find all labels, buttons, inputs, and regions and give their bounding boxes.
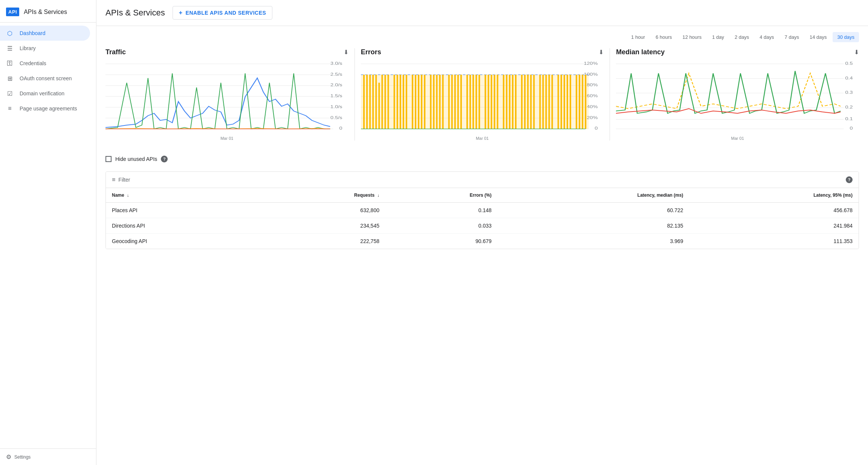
filter-icon: ≡ (112, 176, 115, 183)
oauth-nav-label: OAuth consent screen (20, 75, 72, 81)
oauth-nav-icon: ⊞ (6, 75, 14, 82)
traffic-chart: 3.0/s 2.5/s 2.0/s 1.5/s 1.0/s 0.5/s 0 (105, 59, 348, 135)
time-btn-14days[interactable]: 14 days (805, 32, 831, 42)
credentials-nav-icon: ⚿ (6, 60, 14, 67)
time-btn-6hours[interactable]: 6 hours (651, 32, 676, 42)
page-title: APIs & Services (105, 8, 165, 18)
traffic-download-icon[interactable]: ⬇ (344, 49, 348, 56)
svg-text:0: 0 (339, 126, 342, 131)
svg-text:0.3: 0.3 (845, 90, 853, 95)
time-btn-30days[interactable]: 30 days (833, 32, 859, 42)
time-btn-2days[interactable]: 2 days (730, 32, 753, 42)
hide-unused-row: Hide unused APIs ? (105, 153, 859, 165)
svg-text:0.5/s: 0.5/s (330, 115, 342, 120)
latency-chart-container: Median latency ⬇ 0.5 0.4 0.3 0.2 0.1 0 (616, 48, 859, 141)
cell-latency-median: 82.135 (498, 218, 689, 234)
svg-text:0: 0 (850, 126, 853, 131)
time-btn-4days[interactable]: 4 days (755, 32, 778, 42)
svg-text:0: 0 (594, 126, 598, 131)
sidebar-item-credentials[interactable]: ⚿ Credentials (0, 56, 90, 71)
errors-chart-container: Errors ⬇ 120% 100% 80% 60% 40% 20% 0 (361, 48, 610, 141)
page-usage-nav-label: Page usage agreements (20, 106, 77, 112)
svg-text:3.0/s: 3.0/s (330, 61, 342, 66)
table-row[interactable]: Directions API 234,545 0.033 82.135 241.… (106, 218, 859, 234)
svg-text:0.5: 0.5 (845, 61, 853, 66)
hide-unused-checkbox[interactable] (105, 156, 112, 162)
api-table-section: ≡ Filter ? Name ↓ Requests ↓ Errors (%) … (105, 171, 859, 249)
table-body: Places API 632,800 0.148 60.722 456.678 … (106, 203, 859, 249)
col-name[interactable]: Name ↓ (106, 188, 262, 203)
table-help-icon[interactable]: ? (846, 176, 853, 183)
dashboard-nav-label: Dashboard (20, 30, 46, 36)
time-btn-1hour[interactable]: 1 hour (627, 32, 649, 42)
sidebar-title: APIs & Services (24, 9, 67, 15)
cell-name: Places API (106, 203, 262, 218)
sort-requests-icon: ↓ (377, 193, 379, 197)
sidebar-bottom-item[interactable]: ⚙ Settings (6, 453, 90, 460)
errors-download-icon[interactable]: ⬇ (599, 49, 604, 56)
table-toolbar: ≡ Filter ? (106, 172, 859, 188)
time-range-selector: 1 hour6 hours12 hours1 day2 days4 days7 … (105, 32, 859, 42)
filter-label: Filter (118, 177, 130, 183)
domain-nav-label: Domain verification (20, 90, 64, 96)
sidebar: API APIs & Services ⬡ Dashboard ☰ Librar… (0, 0, 96, 465)
time-btn-7days[interactable]: 7 days (780, 32, 804, 42)
sidebar-nav: ⬡ Dashboard ☰ Library ⚿ Credentials ⊞ OA… (0, 26, 96, 116)
sidebar-item-library[interactable]: ☰ Library (0, 41, 90, 56)
main-header: APIs & Services + ENABLE APIS AND SERVIC… (96, 0, 868, 26)
svg-text:1.5/s: 1.5/s (330, 93, 342, 98)
errors-chart-xlabel: Mar 01 (361, 136, 604, 141)
errors-chart-svg: 120% 100% 80% 60% 40% 20% 0 (361, 59, 604, 135)
col-errors: Errors (%) (385, 188, 498, 203)
cell-requests: 222,758 (262, 234, 385, 249)
col-latency-median: Latency, median (ms) (498, 188, 689, 203)
latency-download-icon[interactable]: ⬇ (854, 49, 859, 56)
table-row[interactable]: Places API 632,800 0.148 60.722 456.678 (106, 203, 859, 218)
time-btn-12hours[interactable]: 12 hours (678, 32, 706, 42)
latency-chart-title: Median latency (616, 48, 665, 56)
cell-errors: 0.148 (385, 203, 498, 218)
cell-latency-95: 111.353 (689, 234, 859, 249)
table-head: Name ↓ Requests ↓ Errors (%) Latency, me… (106, 188, 859, 203)
sort-icon: ↓ (127, 193, 129, 197)
cell-latency-95: 241.984 (689, 218, 859, 234)
enable-apis-button[interactable]: + ENABLE APIS AND SERVICES (173, 6, 273, 20)
errors-chart: 120% 100% 80% 60% 40% 20% 0 (361, 59, 604, 135)
traffic-chart-xlabel: Mar 01 (105, 136, 348, 141)
plus-icon: + (179, 9, 183, 16)
cell-requests: 234,545 (262, 218, 385, 234)
latency-chart-xlabel: Mar 01 (616, 136, 859, 141)
traffic-chart-title: Traffic (105, 48, 126, 56)
main-content: APIs & Services + ENABLE APIS AND SERVIC… (96, 0, 868, 465)
sidebar-bottom-label: Settings (14, 454, 31, 460)
sidebar-item-oauth[interactable]: ⊞ OAuth consent screen (0, 71, 90, 86)
errors-chart-title: Errors (361, 48, 381, 56)
cell-latency-median: 60.722 (498, 203, 689, 218)
latency-chart-svg: 0.5 0.4 0.3 0.2 0.1 0 (616, 59, 859, 135)
cell-name: Geocoding API (106, 234, 262, 249)
sidebar-item-domain[interactable]: ☑ Domain verification (0, 86, 90, 101)
sidebar-item-dashboard[interactable]: ⬡ Dashboard (0, 26, 90, 41)
svg-text:2.5/s: 2.5/s (330, 72, 342, 76)
latency-chart: 0.5 0.4 0.3 0.2 0.1 0 (616, 59, 859, 135)
domain-nav-icon: ☑ (6, 90, 14, 97)
charts-row: Traffic ⬇ 3.0/s 2.5/s 2.0/s 1.5/s 1.0/s … (105, 48, 859, 141)
library-nav-icon: ☰ (6, 44, 14, 52)
cell-latency-95: 456.678 (689, 203, 859, 218)
page-usage-nav-icon: ≡ (6, 105, 14, 112)
hide-unused-help-icon[interactable]: ? (161, 156, 168, 162)
library-nav-label: Library (20, 45, 36, 51)
sidebar-item-page-usage[interactable]: ≡ Page usage agreements (0, 101, 90, 116)
api-logo: API (6, 8, 19, 16)
credentials-nav-label: Credentials (20, 60, 46, 66)
svg-text:120%: 120% (584, 61, 598, 66)
traffic-chart-container: Traffic ⬇ 3.0/s 2.5/s 2.0/s 1.5/s 1.0/s … (105, 48, 355, 141)
help-icon-label: ? (163, 157, 166, 161)
svg-text:0.4: 0.4 (845, 75, 853, 80)
table-row[interactable]: Geocoding API 222,758 90.679 3.969 111.3… (106, 234, 859, 249)
cell-errors: 90.679 (385, 234, 498, 249)
col-requests[interactable]: Requests ↓ (262, 188, 385, 203)
time-btn-1day[interactable]: 1 day (708, 32, 729, 42)
filter-button[interactable]: ≡ Filter (112, 176, 130, 183)
hide-unused-label: Hide unused APIs (115, 156, 157, 162)
